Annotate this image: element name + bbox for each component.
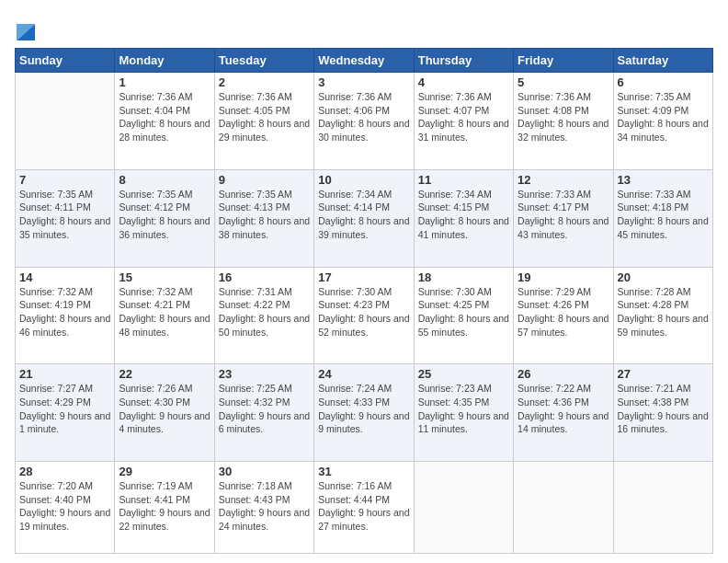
calendar-cell: 19Sunrise: 7:29 AMSunset: 4:26 PMDayligh… xyxy=(514,267,613,364)
calendar-cell: 6Sunrise: 7:35 AMSunset: 4:09 PMDaylight… xyxy=(613,73,712,170)
calendar-header-saturday: Saturday xyxy=(613,49,712,73)
day-number: 25 xyxy=(418,367,509,381)
calendar-cell: 4Sunrise: 7:36 AMSunset: 4:07 PMDaylight… xyxy=(414,73,513,170)
day-number: 4 xyxy=(418,75,509,89)
day-info: Sunrise: 7:33 AMSunset: 4:17 PMDaylight:… xyxy=(518,188,609,242)
calendar-header-tuesday: Tuesday xyxy=(214,49,313,73)
calendar-header-thursday: Thursday xyxy=(414,49,513,73)
calendar-cell xyxy=(16,73,115,170)
calendar-cell: 9Sunrise: 7:35 AMSunset: 4:13 PMDaylight… xyxy=(214,169,313,267)
day-number: 17 xyxy=(318,270,409,284)
calendar-cell: 23Sunrise: 7:25 AMSunset: 4:32 PMDayligh… xyxy=(214,364,313,462)
calendar-cell: 27Sunrise: 7:21 AMSunset: 4:38 PMDayligh… xyxy=(613,364,712,462)
day-number: 6 xyxy=(618,75,709,89)
calendar-cell: 28Sunrise: 7:20 AMSunset: 4:40 PMDayligh… xyxy=(16,462,115,554)
day-info: Sunrise: 7:35 AMSunset: 4:09 PMDaylight:… xyxy=(618,90,709,144)
day-number: 2 xyxy=(219,75,310,89)
calendar-header-row: SundayMondayTuesdayWednesdayThursdayFrid… xyxy=(16,49,713,73)
day-number: 1 xyxy=(119,75,210,89)
calendar-cell: 7Sunrise: 7:35 AMSunset: 4:11 PMDaylight… xyxy=(16,169,115,267)
day-info: Sunrise: 7:33 AMSunset: 4:18 PMDaylight:… xyxy=(618,188,709,242)
day-info: Sunrise: 7:29 AMSunset: 4:26 PMDaylight:… xyxy=(518,285,609,339)
calendar-table: SundayMondayTuesdayWednesdayThursdayFrid… xyxy=(15,48,713,554)
day-number: 21 xyxy=(19,367,110,381)
day-number: 29 xyxy=(119,465,210,478)
day-number: 3 xyxy=(318,75,409,89)
calendar-cell: 29Sunrise: 7:19 AMSunset: 4:41 PMDayligh… xyxy=(115,462,214,554)
day-info: Sunrise: 7:35 AMSunset: 4:11 PMDaylight:… xyxy=(19,188,110,242)
day-info: Sunrise: 7:35 AMSunset: 4:13 PMDaylight:… xyxy=(219,188,310,242)
day-number: 8 xyxy=(119,173,210,187)
day-number: 19 xyxy=(518,270,609,284)
calendar-cell: 21Sunrise: 7:27 AMSunset: 4:29 PMDayligh… xyxy=(16,364,115,462)
day-number: 16 xyxy=(219,270,310,284)
day-info: Sunrise: 7:36 AMSunset: 4:05 PMDaylight:… xyxy=(219,90,310,144)
day-info: Sunrise: 7:32 AMSunset: 4:21 PMDaylight:… xyxy=(119,285,210,339)
day-info: Sunrise: 7:32 AMSunset: 4:19 PMDaylight:… xyxy=(19,285,110,339)
day-info: Sunrise: 7:16 AMSunset: 4:44 PMDaylight:… xyxy=(318,479,409,534)
calendar-cell: 31Sunrise: 7:16 AMSunset: 4:44 PMDayligh… xyxy=(314,462,414,554)
day-info: Sunrise: 7:22 AMSunset: 4:36 PMDaylight:… xyxy=(518,382,609,436)
day-info: Sunrise: 7:34 AMSunset: 4:14 PMDaylight:… xyxy=(318,188,409,242)
calendar-cell: 1Sunrise: 7:36 AMSunset: 4:04 PMDaylight… xyxy=(115,73,214,170)
day-info: Sunrise: 7:36 AMSunset: 4:08 PMDaylight:… xyxy=(518,90,609,144)
calendar-header-sunday: Sunday xyxy=(16,49,115,73)
day-info: Sunrise: 7:36 AMSunset: 4:04 PMDaylight:… xyxy=(119,90,210,144)
calendar-cell: 2Sunrise: 7:36 AMSunset: 4:05 PMDaylight… xyxy=(214,73,313,170)
day-info: Sunrise: 7:28 AMSunset: 4:28 PMDaylight:… xyxy=(618,285,709,339)
page: SundayMondayTuesdayWednesdayThursdayFrid… xyxy=(0,0,728,563)
day-info: Sunrise: 7:34 AMSunset: 4:15 PMDaylight:… xyxy=(418,188,509,242)
day-number: 9 xyxy=(219,173,310,187)
calendar-cell: 30Sunrise: 7:18 AMSunset: 4:43 PMDayligh… xyxy=(214,462,313,554)
logo xyxy=(15,18,35,40)
day-number: 12 xyxy=(518,173,609,187)
calendar-cell xyxy=(613,462,712,554)
day-number: 13 xyxy=(618,173,709,187)
day-info: Sunrise: 7:18 AMSunset: 4:43 PMDaylight:… xyxy=(219,479,310,534)
day-number: 31 xyxy=(318,465,409,478)
calendar-cell: 10Sunrise: 7:34 AMSunset: 4:14 PMDayligh… xyxy=(314,169,414,267)
day-number: 28 xyxy=(19,465,110,478)
day-info: Sunrise: 7:27 AMSunset: 4:29 PMDaylight:… xyxy=(19,382,110,436)
day-info: Sunrise: 7:25 AMSunset: 4:32 PMDaylight:… xyxy=(219,382,310,436)
day-info: Sunrise: 7:21 AMSunset: 4:38 PMDaylight:… xyxy=(618,382,709,436)
day-info: Sunrise: 7:30 AMSunset: 4:23 PMDaylight:… xyxy=(318,285,409,339)
day-number: 22 xyxy=(119,367,210,381)
calendar-cell: 15Sunrise: 7:32 AMSunset: 4:21 PMDayligh… xyxy=(115,267,214,364)
header xyxy=(15,15,713,40)
day-info: Sunrise: 7:36 AMSunset: 4:07 PMDaylight:… xyxy=(418,90,509,144)
calendar-header-wednesday: Wednesday xyxy=(314,49,414,73)
logo-icon xyxy=(17,15,35,40)
day-number: 27 xyxy=(618,367,709,381)
calendar-header-friday: Friday xyxy=(514,49,613,73)
day-info: Sunrise: 7:31 AMSunset: 4:22 PMDaylight:… xyxy=(219,285,310,339)
day-number: 20 xyxy=(618,270,709,284)
day-info: Sunrise: 7:35 AMSunset: 4:12 PMDaylight:… xyxy=(119,188,210,242)
calendar-cell: 25Sunrise: 7:23 AMSunset: 4:35 PMDayligh… xyxy=(414,364,513,462)
day-info: Sunrise: 7:19 AMSunset: 4:41 PMDaylight:… xyxy=(119,479,210,534)
calendar-cell: 3Sunrise: 7:36 AMSunset: 4:06 PMDaylight… xyxy=(314,73,414,170)
day-info: Sunrise: 7:20 AMSunset: 4:40 PMDaylight:… xyxy=(19,479,110,534)
calendar-cell xyxy=(414,462,513,554)
day-number: 26 xyxy=(518,367,609,381)
day-number: 7 xyxy=(19,173,110,187)
calendar-cell: 26Sunrise: 7:22 AMSunset: 4:36 PMDayligh… xyxy=(514,364,613,462)
day-number: 10 xyxy=(318,173,409,187)
day-number: 5 xyxy=(518,75,609,89)
day-number: 14 xyxy=(19,270,110,284)
day-info: Sunrise: 7:24 AMSunset: 4:33 PMDaylight:… xyxy=(318,382,409,436)
day-number: 23 xyxy=(219,367,310,381)
calendar-cell: 24Sunrise: 7:24 AMSunset: 4:33 PMDayligh… xyxy=(314,364,414,462)
calendar-cell: 16Sunrise: 7:31 AMSunset: 4:22 PMDayligh… xyxy=(214,267,313,364)
day-number: 18 xyxy=(418,270,509,284)
day-number: 15 xyxy=(119,270,210,284)
calendar-cell: 5Sunrise: 7:36 AMSunset: 4:08 PMDaylight… xyxy=(514,73,613,170)
calendar-cell: 22Sunrise: 7:26 AMSunset: 4:30 PMDayligh… xyxy=(115,364,214,462)
day-number: 30 xyxy=(219,465,310,478)
day-info: Sunrise: 7:36 AMSunset: 4:06 PMDaylight:… xyxy=(318,90,409,144)
calendar-cell: 11Sunrise: 7:34 AMSunset: 4:15 PMDayligh… xyxy=(414,169,513,267)
calendar-cell: 17Sunrise: 7:30 AMSunset: 4:23 PMDayligh… xyxy=(314,267,414,364)
day-number: 11 xyxy=(418,173,509,187)
calendar-cell: 18Sunrise: 7:30 AMSunset: 4:25 PMDayligh… xyxy=(414,267,513,364)
calendar-cell: 14Sunrise: 7:32 AMSunset: 4:19 PMDayligh… xyxy=(16,267,115,364)
